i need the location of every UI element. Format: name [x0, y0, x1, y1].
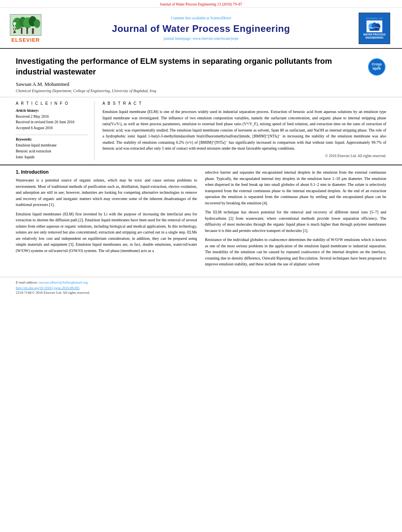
- intro-para-2: Emulsion liquid membranes (ELM) first in…: [16, 211, 197, 254]
- journal-logo-right: JOURNAL OF WATER PROCESSENGINEERING: [359, 13, 390, 44]
- jlogo-bottom-text: WATER PROCESSENGINEERING: [363, 33, 386, 40]
- keywords-heading: Keywords:: [16, 137, 88, 141]
- journal-title: Journal of Water Process Engineering: [51, 23, 351, 34]
- keyword-1: Emulsion liquid membrane: [16, 143, 88, 148]
- header-center: Contents lists available at ScienceDirec…: [43, 16, 359, 41]
- intro-right-para-1: selective barrier and separates the enca…: [205, 169, 386, 206]
- doi-link[interactable]: http://dx.doi.org/10.1016/j.jwpe.2016.08…: [16, 286, 386, 290]
- intro-right-para-3: Resistance of the individual globules to…: [205, 237, 386, 267]
- email-link[interactable]: sawsan.alhasri@fullarightmail.org: [39, 280, 87, 284]
- intro-para-1: Wastewater is a potential source of orga…: [16, 177, 197, 208]
- svg-rect-9: [26, 28, 28, 34]
- crossmark-badge[interactable]: Cross Mark: [367, 57, 386, 76]
- svg-point-10: [13, 22, 16, 25]
- abstract-col: A B S T R A C T Emulsion liquid membrane…: [102, 101, 386, 160]
- footnote-email: E-mail address: sawsan.alhasri@fullarigh…: [16, 280, 386, 284]
- article-info-label: A R T I C L E I N F O: [16, 101, 88, 106]
- author-affiliation: Chemical Engineering Department, College…: [16, 89, 386, 93]
- elsevier-brand-name: ELSEVIER: [11, 37, 40, 43]
- article-title: Investigating the performance of ELM sys…: [16, 56, 367, 77]
- author-name: Sawsan A.M. Mohammed: [16, 81, 386, 87]
- journal-homepage: journal homepage: www.elsevier.com/locat…: [51, 37, 351, 41]
- abstract-label: A B S T R A C T: [102, 101, 386, 106]
- article-history-block: Article history: Received 2 May 2016 Rec…: [16, 109, 88, 131]
- svg-rect-7: [32, 28, 34, 34]
- svg-rect-20: [370, 29, 379, 31]
- homepage-link[interactable]: www.elsevier.com/locate/jwpe: [192, 37, 238, 41]
- received-date: Received 2 May 2016: [16, 114, 88, 119]
- sciencedirect-link[interactable]: ScienceDirect: [210, 16, 231, 20]
- svg-rect-8: [21, 28, 22, 34]
- intro-heading: 1. Introduction: [16, 169, 197, 175]
- contents-line: Contents lists available at ScienceDirec…: [51, 16, 351, 20]
- intro-col-left: 1. Introduction Wastewater is a potentia…: [16, 169, 197, 271]
- article-info-col: A R T I C L E I N F O Article history: R…: [16, 101, 95, 160]
- rights-text: 2214-7144/© 2016 Elsevier Ltd. All right…: [16, 291, 386, 295]
- copyright-line: © 2016 Elsevier Ltd. All rights reserved…: [102, 154, 386, 158]
- intro-col-right: selective barrier and separates the enca…: [205, 169, 386, 271]
- keyword-3: Ionic liquids: [16, 154, 88, 160]
- revised-date: Received in revised form 26 June 2016: [16, 119, 88, 125]
- jlogo-top-text: JOURNAL OF: [366, 17, 383, 20]
- crossmark-row: Investigating the performance of ELM sys…: [16, 56, 386, 77]
- keyword-2: Benzoic acid extraction: [16, 148, 88, 154]
- article-section: Investigating the performance of ELM sys…: [0, 49, 402, 97]
- page: Journal of Water Process Engineering 13 …: [0, 0, 402, 532]
- divider: [16, 135, 88, 135]
- svg-point-6: [34, 19, 40, 28]
- elsevier-logo-graphic: [10, 14, 41, 36]
- journal-header: ELSEVIER Contents lists available at Sci…: [0, 8, 402, 49]
- abstract-text: Emulsion liquid membrane (ELM) is one of…: [102, 109, 386, 152]
- article-info-abstract: A R T I C L E I N F O Article history: R…: [0, 97, 402, 165]
- keywords-block: Keywords: Emulsion liquid membrane Benzo…: [16, 137, 88, 161]
- accepted-date: Accepted 6 August 2016: [16, 125, 88, 131]
- journal-citation: Journal of Water Process Engineering 13 …: [160, 2, 242, 6]
- elsevier-logo: ELSEVIER: [8, 14, 43, 43]
- history-heading: Article history:: [16, 109, 88, 113]
- body-content: 1. Introduction Wastewater is a potentia…: [0, 165, 402, 274]
- intro-right-para-2: The ELM technique has shown potential fo…: [205, 209, 386, 234]
- top-bar: Journal of Water Process Engineering 13 …: [0, 0, 402, 8]
- jlogo-image: [367, 20, 382, 32]
- page-footer: E-mail address: sawsan.alhasri@fullarigh…: [0, 277, 402, 297]
